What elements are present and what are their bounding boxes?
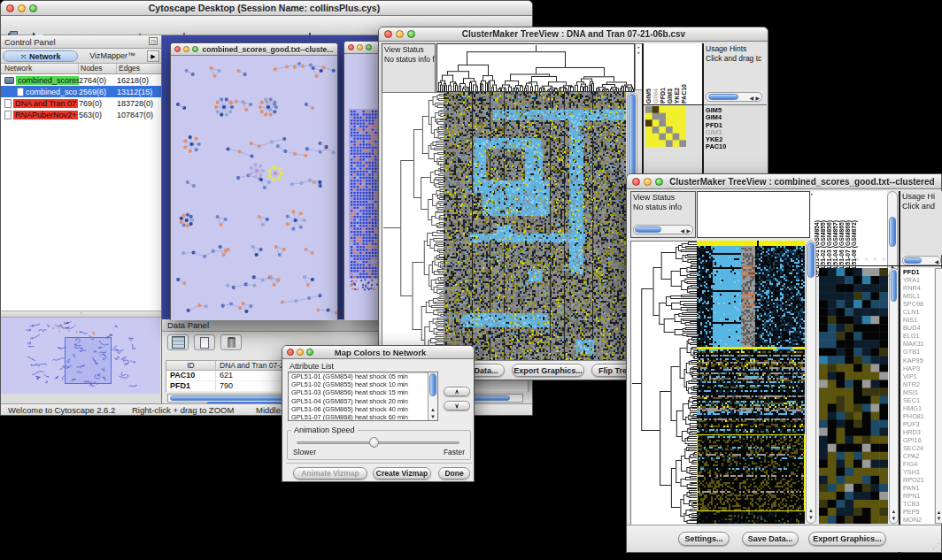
- main-titlebar[interactable]: Cytoscape Desktop (Session Name: collins…: [1, 1, 532, 16]
- gene-label[interactable]: PAC10: [706, 143, 759, 150]
- minimize-icon[interactable]: [18, 4, 26, 12]
- column-label[interactable]: PFD1: [660, 88, 666, 104]
- select-attributes-icon[interactable]: [167, 334, 189, 350]
- col-edges[interactable]: Edges: [117, 64, 161, 73]
- create-vizmap-button[interactable]: Create Vizmap: [373, 467, 431, 479]
- gene-label[interactable]: VIP1: [903, 372, 934, 380]
- minimize-icon[interactable]: [297, 349, 304, 356]
- close-icon[interactable]: [287, 349, 294, 356]
- gene-label[interactable]: PHO81: [903, 412, 934, 420]
- save-data-button[interactable]: Save Data...: [742, 532, 799, 546]
- data-col-id[interactable]: ID: [166, 361, 216, 370]
- treeview2-heatmap-vscrollbar[interactable]: ▲▼: [806, 241, 816, 524]
- treeview2-zoom-vscrollbar[interactable]: ▲▼: [889, 268, 899, 524]
- new-attribute-icon[interactable]: [194, 334, 215, 350]
- gene-label[interactable]: CPA2: [903, 452, 934, 460]
- close-icon[interactable]: [174, 46, 181, 52]
- minimize-icon[interactable]: [644, 178, 652, 186]
- column-label[interactable]: GIM5: [645, 88, 652, 104]
- gene-label[interactable]: ELG1: [903, 332, 934, 340]
- done-button[interactable]: Done: [438, 467, 470, 479]
- column-label[interactable]: GIM4: [652, 88, 659, 104]
- gene-label[interactable]: HRD3: [903, 428, 934, 436]
- move-up-button[interactable]: ∧: [444, 387, 470, 396]
- network-tree-row[interactable]: DNA and Tran 07769(0)183728(0): [1, 97, 161, 109]
- gene-label[interactable]: YRA1: [903, 276, 934, 284]
- attribute-item[interactable]: GPL51-07 (GSM868) heat shock 60 min: [289, 413, 437, 421]
- dialog-titlebar[interactable]: Map Colors to Network: [282, 346, 474, 359]
- column-label[interactable]: YKE2: [674, 88, 680, 104]
- gene-label[interactable]: CLN1: [903, 308, 934, 316]
- network-tree-row[interactable]: combined_sco2569(6)13112(15): [1, 86, 161, 97]
- attribute-listbox[interactable]: GPL51-01 (GSM854) heat shock 05 minGPL51…: [288, 372, 438, 421]
- zoom-window-icon[interactable]: [306, 349, 313, 356]
- gene-label[interactable]: PEP5: [903, 508, 934, 516]
- gene-label[interactable]: RPN1: [903, 492, 934, 500]
- export-graphics-button[interactable]: Export Graphics...: [808, 532, 886, 546]
- panel-splitter[interactable]: ⌃: [1, 311, 161, 318]
- network-overview[interactable]: [1, 318, 161, 394]
- move-down-button[interactable]: ∨: [444, 401, 470, 410]
- treeview2-heatmap[interactable]: [697, 241, 805, 524]
- zoom-window-icon[interactable]: [407, 30, 415, 38]
- delete-attribute-icon[interactable]: [220, 334, 242, 350]
- minimize-icon[interactable]: [396, 30, 404, 38]
- close-icon[interactable]: [632, 178, 640, 186]
- treeview2-row-dendrogram[interactable]: [630, 241, 698, 525]
- network-tree-row[interactable]: RNAPuberNov2+563(0)107847(0): [1, 109, 161, 120]
- gene-label[interactable]: RPO21: [903, 476, 934, 484]
- gene-label[interactable]: YSH1: [903, 468, 934, 476]
- gene-label[interactable]: HMG1: [903, 404, 934, 412]
- gene-label[interactable]: BUD4: [903, 324, 934, 332]
- zoom-window-icon[interactable]: [29, 4, 37, 12]
- zoom-window-icon[interactable]: [366, 44, 372, 50]
- zoom-window-icon[interactable]: [655, 178, 663, 186]
- settings-button[interactable]: Settings...: [678, 532, 730, 546]
- gene-label[interactable]: NTR2: [903, 380, 934, 388]
- column-label[interactable]: PAC10: [681, 84, 687, 104]
- minimize-icon[interactable]: [183, 46, 189, 52]
- attribute-item[interactable]: GPL51-06 (GSM865) heat shock 40 min: [289, 405, 437, 413]
- close-icon[interactable]: [6, 4, 14, 12]
- gene-label[interactable]: MSL1: [903, 292, 934, 300]
- treeview2-titlebar[interactable]: ClusterMaker TreeView : combined_scores_…: [627, 174, 941, 189]
- network-canvas[interactable]: [171, 56, 337, 320]
- tab-network[interactable]: ⁙ Network: [3, 50, 78, 62]
- network-tree-row[interactable]: combined_scores2764(0)16218(0): [1, 74, 161, 86]
- usage-hints-hscrollbar[interactable]: ◀: [902, 256, 941, 265]
- minimize-icon[interactable]: [357, 44, 363, 50]
- view-status-hscrollbar[interactable]: ◀▶: [633, 225, 693, 234]
- treeview1-column-dendrogram[interactable]: [436, 43, 635, 92]
- attribute-list-vscrollbar[interactable]: ▲ ▼: [428, 372, 437, 420]
- gene-label[interactable]: SEC24: [903, 444, 934, 452]
- gene-label[interactable]: RNR4: [903, 284, 934, 292]
- gene-label[interactable]: GPI16: [903, 436, 934, 444]
- treeview1-titlebar[interactable]: ClusterMaker TreeView : DNA and Tran 07-…: [379, 27, 768, 42]
- gene-label[interactable]: PFD1: [903, 268, 934, 276]
- resize-grip[interactable]: ⋰: [932, 542, 939, 550]
- gene-label[interactable]: HAP3: [903, 364, 934, 372]
- treeview1-heatmap[interactable]: [444, 92, 626, 362]
- attribute-item[interactable]: GPL51-01 (GSM854) heat shock 05 min: [289, 372, 437, 380]
- gene-label[interactable]: GTB1: [903, 348, 934, 356]
- col-nodes[interactable]: Nodes: [79, 64, 117, 73]
- column-label[interactable]: GIM3: [667, 88, 673, 104]
- tab-more-icon[interactable]: ▶: [147, 50, 159, 62]
- gene-label[interactable]: KAP95: [903, 357, 934, 364]
- gene-label[interactable]: MSI1: [903, 388, 934, 396]
- attribute-item[interactable]: GPL51-03 (GSM856) heat shock 15 min: [289, 388, 437, 396]
- gene-label[interactable]: MON2: [903, 516, 934, 524]
- treeview2-zoom-heatmap[interactable]: [819, 268, 888, 524]
- gene-label[interactable]: PUF3: [903, 420, 934, 428]
- export-graphics-button[interactable]: Export Graphics...: [512, 364, 584, 377]
- treeview1-correlation-heatmap[interactable]: [645, 106, 686, 147]
- gene-label[interactable]: TCB3: [903, 500, 934, 508]
- gene-label[interactable]: SPC98: [903, 300, 934, 308]
- network-view-titlebar[interactable]: combined_scores_good.txt--cluste...: [171, 43, 337, 56]
- zoom-window-icon[interactable]: [192, 46, 198, 52]
- gene-label[interactable]: FIG4: [903, 460, 934, 468]
- treeview1-row-dendrogram[interactable]: [382, 92, 445, 364]
- treeview2-column-dendrogram[interactable]: [697, 191, 810, 238]
- treeview2-genelist-vscrollbar[interactable]: ▲▼: [935, 268, 942, 524]
- attribute-item[interactable]: GPL51-02 (GSM855) heat shock 10 min: [289, 380, 437, 388]
